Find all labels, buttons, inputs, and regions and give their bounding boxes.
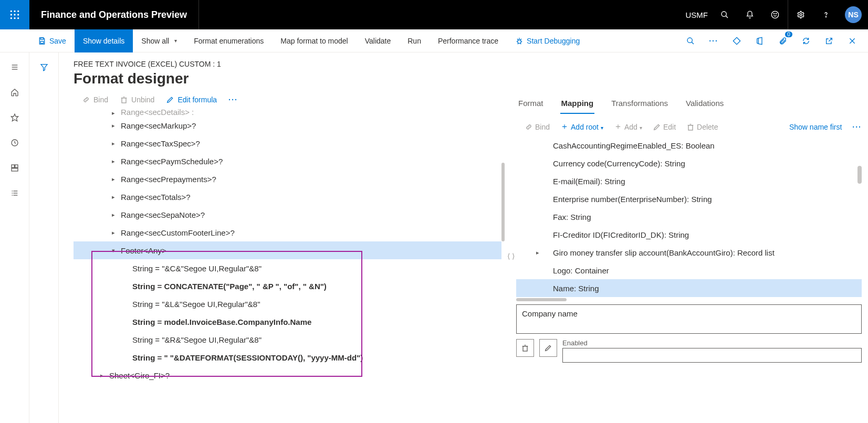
mapping-pane: Format Mapping Transformations Validatio… (516, 89, 868, 423)
tab-mapping[interactable]: Mapping (560, 93, 595, 114)
tree-row[interactable]: String = "&C&"Segoe UI,Regular"&8" (74, 259, 501, 277)
clock-icon[interactable] (8, 136, 21, 149)
tab-validations[interactable]: Validations (685, 93, 725, 114)
svg-point-2 (17, 10, 19, 12)
save-button[interactable]: Save (29, 29, 75, 52)
format-tree[interactable]: ▸Range<secDetails> :▸Range<secMarkup>?▸R… (74, 108, 501, 423)
home-icon[interactable] (8, 86, 21, 99)
help-icon[interactable] (813, 0, 839, 29)
tree-row[interactable]: ▾Footer<Any> (74, 241, 501, 259)
tree-scrollbar[interactable] (501, 89, 506, 423)
tree-row[interactable]: ▸Range<secMarkup>? (74, 117, 501, 134)
map-delete-button[interactable]: Delete (686, 123, 718, 131)
mapping-tree[interactable]: CashAccountingRegimeEnabled_ES: BooleanC… (516, 136, 862, 297)
validate-button[interactable]: Validate (357, 29, 400, 52)
tree-row[interactable]: ▸Range<secCustomFooterLine>? (74, 224, 501, 241)
tree-row[interactable]: ▸Range<secSepaNote>? (74, 206, 501, 224)
map-row[interactable]: E-mail(Email): String (516, 172, 862, 190)
map-edit-button[interactable]: Edit (653, 123, 676, 131)
tree-toggle-icon[interactable]: ▸ (109, 212, 118, 218)
tree-row[interactable]: ▸Range<secPrepayments>? (74, 170, 501, 188)
overflow-icon[interactable]: ··· (702, 29, 725, 52)
tab-transformations[interactable]: Transformations (610, 93, 669, 114)
tree-row[interactable]: String = "&L&"Segoe UI,Regular"&8" (74, 295, 501, 313)
company-picker[interactable]: USMF (682, 0, 713, 29)
map-add-button[interactable]: ＋ Add (614, 121, 642, 132)
refresh-icon[interactable] (794, 29, 818, 52)
tree-toggle-icon[interactable]: ▾ (109, 247, 118, 254)
smiley-icon[interactable] (762, 0, 788, 29)
unbind-button[interactable]: Unbind (120, 96, 154, 104)
tree-overflow-icon[interactable]: ··· (228, 96, 238, 104)
gear-icon[interactable] (788, 0, 813, 29)
tree-toggle-icon[interactable]: ▸ (109, 110, 118, 117)
tree-toggle-icon[interactable]: ▸ (98, 372, 106, 379)
edit-mini-button[interactable] (539, 339, 557, 357)
tree-row[interactable]: ▸Range<secTaxSpec>? (74, 134, 501, 152)
star-icon[interactable] (8, 111, 21, 124)
filter-icon[interactable] (38, 61, 50, 73)
map-row[interactable]: Fax: String (516, 208, 862, 226)
tree-toggle-icon[interactable]: ▸ (109, 122, 118, 129)
pane-splitter[interactable]: ⟨ ⟩ (506, 89, 516, 423)
search-icon[interactable] (712, 0, 737, 29)
office-icon[interactable] (748, 29, 771, 52)
show-name-first-button[interactable]: Show name first (789, 123, 842, 131)
add-root-button[interactable]: ＋ Add root (560, 121, 603, 132)
map-scrollbar[interactable] (857, 166, 862, 184)
map-overflow-icon[interactable]: ··· (852, 123, 862, 131)
tree-row[interactable]: ▸Sheet<Giro_FI>? (74, 366, 501, 384)
tree-row-label: Range<secCustomFooterLine>? (118, 228, 235, 237)
enabled-field[interactable] (562, 348, 862, 363)
format-enumerations-button[interactable]: Format enumerations (185, 29, 272, 52)
map-row[interactable]: FI-Creditor ID(FICreditorID_DK): String (516, 226, 862, 244)
tree-toggle-icon[interactable]: ▸ (109, 158, 118, 165)
map-h-scrollbar[interactable] (516, 298, 567, 301)
tree-row[interactable]: String = " "&DATEFORMAT(SESSIONTODAY(), … (74, 348, 501, 366)
modules-icon[interactable] (8, 187, 21, 199)
app-launcher-icon[interactable] (0, 0, 29, 29)
tree-row[interactable]: ▸Range<secDetails> : (74, 108, 501, 117)
tree-toggle-icon[interactable]: ▸ (109, 194, 118, 200)
trash-mini-button[interactable] (516, 339, 534, 357)
tree-row[interactable]: String = model.InvoiceBase.CompanyInfo.N… (74, 313, 501, 331)
map-format-button[interactable]: Map format to model (272, 29, 356, 52)
svg-point-9 (721, 12, 726, 16)
diamond-icon[interactable] (725, 29, 748, 52)
map-row[interactable]: Currency code(CurrencyCode): String (516, 154, 862, 172)
tree-row[interactable]: ▸Range<secTotals>? (74, 188, 501, 206)
user-avatar[interactable]: NS (845, 6, 862, 23)
close-icon[interactable] (841, 29, 864, 52)
tree-toggle-icon[interactable]: ▸ (109, 176, 118, 183)
map-row[interactable]: CashAccountingRegimeEnabled_ES: Boolean (516, 136, 862, 154)
left-rail (0, 52, 29, 423)
tree-toggle-icon[interactable]: ▸ (109, 140, 118, 147)
open-new-window-icon[interactable] (818, 29, 841, 52)
bell-icon[interactable] (737, 0, 762, 29)
map-row[interactable]: Logo: Container (516, 261, 862, 279)
hamburger-icon[interactable] (8, 61, 21, 73)
show-details-button[interactable]: Show details (75, 29, 133, 52)
performance-trace-button[interactable]: Performance trace (430, 29, 507, 52)
tree-row[interactable]: String = "&R&"Segoe UI,Regular"&8" (74, 331, 501, 348)
map-row[interactable]: Name: String (516, 279, 862, 297)
map-bind-button[interactable]: Bind (525, 123, 550, 131)
attachments-icon[interactable]: 0 (771, 29, 794, 52)
tree-row[interactable]: ▸Range<secPaymSchedule>? (74, 152, 501, 170)
map-toggle-icon[interactable]: ▸ (536, 249, 539, 256)
svg-point-14 (800, 14, 802, 16)
workspace-icon[interactable] (8, 162, 21, 174)
tree-toggle-icon[interactable]: ▸ (109, 229, 118, 236)
bind-button[interactable]: Bind (82, 96, 108, 104)
map-row[interactable]: ▸Giro money transfer slip account(BankAc… (516, 244, 862, 261)
tree-row-label: Range<secPaymSchedule>? (118, 157, 223, 166)
svg-marker-37 (41, 65, 47, 71)
run-button[interactable]: Run (399, 29, 430, 52)
tree-row[interactable]: String = CONCATENATE("Page", " &P ", "of… (74, 277, 501, 295)
start-debugging-button[interactable]: Start Debugging (507, 29, 588, 52)
show-all-button[interactable]: Show all (133, 29, 185, 52)
edit-formula-button[interactable]: Edit formula (166, 96, 217, 104)
search-command-icon[interactable] (679, 29, 702, 52)
tab-format[interactable]: Format (517, 93, 545, 114)
map-row[interactable]: Enterprise number(EnterpriseNumber): Str… (516, 190, 862, 208)
